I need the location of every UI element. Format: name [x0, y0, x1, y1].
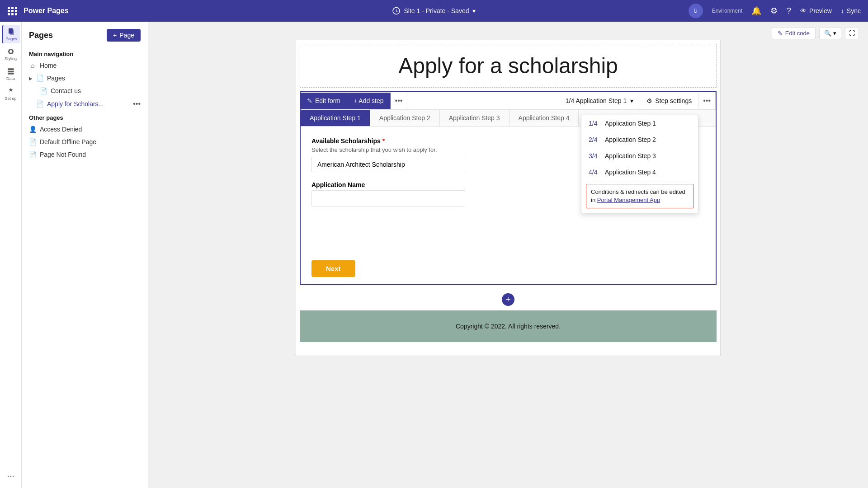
step-settings-label: Step settings: [655, 97, 692, 104]
sidebar-item-more[interactable]: ...: [2, 465, 20, 483]
add-section-button[interactable]: +: [502, 293, 514, 306]
site-dropdown-icon[interactable]: ▾: [472, 7, 476, 14]
scholarship-select[interactable]: [311, 157, 465, 172]
step-more-icon: •••: [703, 97, 711, 104]
step-nav-button[interactable]: 1/4 Application Step 1 ▾: [559, 93, 640, 109]
apply-more-button[interactable]: •••: [133, 100, 141, 108]
add-section-row: +: [296, 289, 720, 310]
sync-label: Sync: [847, 7, 861, 14]
apply-page-icon: 📄: [36, 100, 43, 108]
add-page-plus-icon: +: [113, 32, 117, 39]
sidebar-item-data[interactable]: Data: [2, 65, 20, 83]
step-settings-button[interactable]: ⚙ Step settings: [640, 93, 698, 109]
dropdown-step-4[interactable]: 4/4 Application Step 4: [581, 164, 698, 180]
sidebar-item-styling[interactable]: Styling: [2, 45, 20, 63]
step-tab-3[interactable]: Application Step 3: [440, 110, 509, 126]
next-button[interactable]: Next: [311, 260, 355, 277]
step-1-num: 1/4: [589, 120, 601, 127]
step-tab-1-label: Application Step 1: [310, 114, 361, 122]
pages-panel-header: Pages + Page: [22, 22, 148, 47]
nav-item-not-found-label: Page Not Found: [40, 151, 86, 158]
site-icon: [392, 7, 401, 15]
site-footer: Copyright © 2022. All rights reserved.: [300, 310, 717, 342]
setup-label: Set up: [5, 96, 16, 101]
nav-item-offline[interactable]: 📄 Default Offline Page: [22, 136, 148, 148]
step-tab-2[interactable]: Application Step 2: [370, 110, 440, 126]
add-step-label: + Add step: [354, 97, 384, 104]
step-tab-4[interactable]: Application Step 4: [509, 110, 579, 126]
add-step-button[interactable]: + Add step: [347, 93, 391, 109]
top-nav: Power Pages Site 1 - Private - Saved ▾ U…: [0, 0, 868, 22]
nav-item-home-label: Home: [40, 62, 57, 69]
preview-icon: 👁: [800, 7, 807, 14]
nav-item-pages[interactable]: ▶ 📄 Pages: [22, 72, 148, 84]
svg-point-4: [9, 50, 12, 53]
waffle-menu[interactable]: [7, 5, 18, 16]
form-more-button[interactable]: •••: [391, 92, 408, 109]
dropdown-notice: Conditions & redirects can be edited in …: [586, 184, 693, 208]
bell-icon[interactable]: 🔔: [751, 6, 761, 16]
dropdown-step-3[interactable]: 3/4 Application Step 3: [581, 148, 698, 164]
fullscreen-button[interactable]: ⛶: [845, 27, 859, 39]
page-canvas: Apply for a scholarship ✎ Edit form + Ad…: [296, 40, 721, 356]
nav-item-not-found[interactable]: 📄 Page Not Found: [22, 148, 148, 161]
nav-item-contact-label: Contact us: [51, 87, 81, 94]
step-nav-dropdown-icon: ▾: [630, 97, 633, 104]
application-name-input[interactable]: [311, 190, 465, 206]
nav-item-contact[interactable]: 📄 Contact us: [22, 84, 148, 97]
edit-code-button[interactable]: ✎ Edit code: [772, 27, 816, 39]
form-more-icon: •••: [395, 97, 403, 104]
step-2-num: 2/4: [589, 136, 601, 143]
nav-item-apply[interactable]: 📄 Apply for Scholars... •••: [22, 97, 148, 111]
form-toolbar-left: ✎ Edit form + Add step •••: [301, 92, 407, 109]
svg-rect-5: [8, 68, 14, 70]
sidebar-item-pages[interactable]: Pages: [2, 25, 20, 43]
form-toolbar: ✎ Edit form + Add step ••• 1/4 Applicati…: [301, 92, 716, 110]
top-nav-right: U Environment 🔔 ⚙ ? 👁 Preview ↕ Sync: [689, 4, 861, 18]
step-4-num: 4/4: [589, 169, 601, 176]
avatar[interactable]: U: [689, 4, 703, 18]
edit-form-icon: ✎: [307, 97, 312, 104]
not-found-icon: 📄: [29, 151, 36, 158]
preview-label: Preview: [809, 7, 832, 14]
gear-icon[interactable]: ⚙: [770, 6, 778, 16]
required-star: *: [382, 137, 385, 145]
data-label: Data: [6, 76, 15, 81]
site-info-bar: Site 1 - Private - Saved ▾: [392, 7, 476, 15]
form-footer: Next: [301, 253, 716, 284]
nav-item-offline-label: Default Offline Page: [40, 138, 96, 145]
svg-rect-6: [8, 71, 14, 73]
pages-label: Pages: [5, 37, 17, 41]
step-2-label: Application Step 2: [605, 136, 656, 143]
step-tab-1[interactable]: Application Step 1: [301, 110, 370, 126]
edit-code-label: Edit code: [785, 30, 810, 37]
help-icon[interactable]: ?: [787, 6, 791, 16]
edit-form-label: Edit form: [315, 97, 340, 104]
nav-item-home[interactable]: ⌂ Home: [22, 59, 148, 72]
app-title: Power Pages: [24, 7, 69, 15]
step-tab-4-label: Application Step 4: [519, 114, 570, 122]
nav-item-access-denied-label: Access Denied: [40, 126, 82, 133]
add-page-button[interactable]: + Page: [107, 29, 141, 42]
step-1-label: Application Step 1: [605, 120, 656, 127]
step-more-button[interactable]: •••: [698, 92, 716, 109]
portal-mgmt-link[interactable]: Portal Management App: [597, 197, 660, 203]
step-settings-gear-icon: ⚙: [646, 97, 652, 104]
sync-icon: ↕: [841, 7, 844, 14]
form-toolbar-right: 1/4 Application Step 1 ▾ ⚙ Step settings…: [559, 92, 716, 109]
nav-item-access-denied[interactable]: 👤 Access Denied: [22, 123, 148, 136]
sync-button[interactable]: ↕ Sync: [841, 7, 861, 14]
styling-label: Styling: [5, 56, 17, 61]
dropdown-step-2[interactable]: 2/4 Application Step 2: [581, 131, 698, 148]
home-icon: ⌂: [29, 62, 36, 69]
step-3-num: 3/4: [589, 152, 601, 160]
preview-button[interactable]: 👁 Preview: [800, 7, 832, 14]
zoom-button[interactable]: 🔍 ▾: [819, 27, 841, 39]
sidebar-item-setup[interactable]: Set up: [2, 85, 20, 103]
nav-item-pages-label: Pages: [47, 75, 65, 82]
edit-form-button[interactable]: ✎ Edit form: [301, 93, 347, 109]
content-toolbar: ✎ Edit code 🔍 ▾ ⛶: [772, 27, 859, 39]
pages-panel: Pages + Page Main navigation ⌂ Home ▶ 📄 …: [22, 22, 148, 488]
dropdown-step-1[interactable]: 1/4 Application Step 1: [581, 115, 698, 131]
offline-page-icon: 📄: [29, 138, 36, 145]
